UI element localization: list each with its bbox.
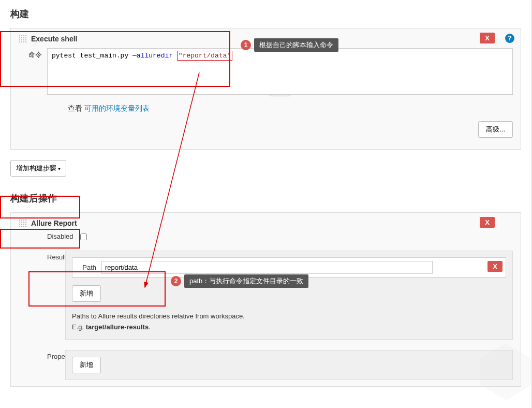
annotation-badge-1: 1	[241, 40, 251, 50]
command-label: 命令	[19, 48, 47, 96]
disabled-label: Disabled	[47, 232, 73, 240]
results-label: Results:	[19, 251, 65, 340]
disabled-checkbox[interactable]	[80, 234, 87, 240]
annotation-text-1: 根据自己的脚本输入命令	[254, 38, 338, 52]
allure-title: Allure Report	[31, 219, 77, 227]
annotation-2: 2 path：与执行命令指定文件目录的一致	[171, 274, 308, 288]
add-build-step-button[interactable]: 增加构建步骤	[10, 160, 66, 177]
svg-marker-2	[480, 343, 532, 400]
cmd-flag: —alluredir	[132, 52, 177, 60]
drag-handle-icon[interactable]	[19, 35, 27, 43]
watermark-icon	[475, 341, 532, 403]
step-title: Execute shell	[31, 35, 78, 43]
path-label: Path	[76, 264, 101, 271]
advanced-button[interactable]: 高级...	[478, 121, 513, 138]
build-section-title: 构建	[10, 8, 521, 20]
env-link-row: 查看 可用的环境变量列表	[68, 104, 513, 113]
disabled-row: Disabled	[47, 232, 513, 240]
results-help-text: Paths to Allure results directories rela…	[72, 311, 506, 333]
command-textarea[interactable]: pytest test_main.py —alluredir "report/d…	[47, 48, 513, 95]
properties-label: Properties	[19, 350, 65, 380]
results-content: Path X 新增 Paths to Allure results direct…	[65, 251, 513, 340]
delete-allure-button[interactable]: X	[480, 217, 495, 228]
properties-content: 新增	[65, 350, 513, 380]
env-vars-link[interactable]: 可用的环境变量列表	[84, 104, 150, 112]
annotation-text-2: path：与执行命令指定文件目录的一致	[184, 274, 308, 288]
annotation-1: 1 根据自己的脚本输入命令	[241, 38, 338, 52]
add-result-button[interactable]: 新增	[72, 285, 101, 302]
drag-handle-icon[interactable]	[19, 219, 27, 227]
delete-step-button[interactable]: X	[480, 33, 495, 43]
allure-report-step: X Allure Report Disabled Results: Path X	[10, 212, 521, 387]
post-build-section-title: 构建后操作	[10, 192, 521, 205]
help-icon[interactable]: ?	[505, 34, 514, 43]
path-input[interactable]	[101, 261, 433, 274]
add-property-button[interactable]: 新增	[72, 357, 101, 373]
annotation-badge-2: 2	[171, 276, 181, 286]
cmd-arg: "report/data"	[177, 51, 232, 61]
cmd-prefix: pytest test_main.py	[52, 52, 132, 60]
delete-path-button[interactable]: X	[487, 261, 503, 272]
